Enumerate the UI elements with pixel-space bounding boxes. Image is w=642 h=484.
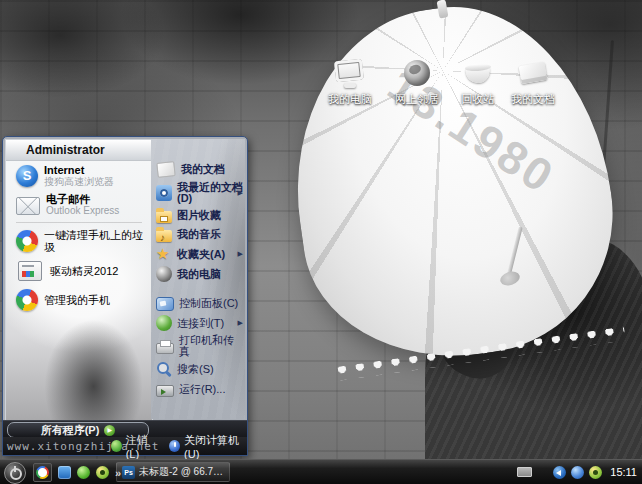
menu-item-label: 运行(R)... <box>179 384 225 395</box>
start-menu-right-column: 我的文档 我最近的文档(D) ▶ 图片收藏 我的音乐 收藏夹(A) ▶ <box>151 139 245 419</box>
favorites-icon <box>156 246 172 262</box>
pinned-item-subtitle: 搜狗高速浏览器 <box>44 176 114 187</box>
menu-item-label: 图片收藏 <box>177 210 221 221</box>
start-menu-item-connect-to[interactable]: 连接到(T) ▶ <box>151 313 245 333</box>
desktop-icon-network-places[interactable]: 网上邻居 <box>384 58 450 105</box>
taskbar: » Ps 未标题-2 @ 66.7% ... 15:11 <box>0 459 642 484</box>
desktop-icon-my-computer[interactable]: 我的电脑 <box>317 58 383 105</box>
start-menu-item-my-pictures[interactable]: 图片收藏 <box>151 206 245 225</box>
quick-launch-orb-icon[interactable] <box>96 466 109 479</box>
search-icon <box>156 361 172 377</box>
submenu-arrow-icon: ▶ <box>238 250 243 258</box>
quick-launch-green-icon[interactable] <box>77 466 90 479</box>
my-documents-menu-icon <box>156 161 175 178</box>
start-menu-item-email[interactable]: 电子邮件 Outlook Express <box>6 190 152 219</box>
start-menu-item-phone-manager[interactable]: 管理我的手机 <box>6 286 152 314</box>
recent-documents-icon <box>156 185 172 201</box>
shutdown-button[interactable]: 关闭计算机(U) <box>169 433 247 460</box>
start-menu: Administrator Internet 搜狗高速浏览器 电子邮件 Outl… <box>2 136 248 456</box>
shutdown-label: 关闭计算机(U) <box>184 433 247 460</box>
submenu-arrow-icon: ▶ <box>238 189 243 197</box>
my-pictures-icon <box>156 211 172 223</box>
pinned-item-subtitle: Outlook Express <box>46 205 119 216</box>
start-menu-item-my-documents[interactable]: 我的文档 <box>151 159 245 180</box>
quick-launch-browser-icon[interactable] <box>58 466 71 479</box>
menu-item-label: 我的电脑 <box>177 269 221 280</box>
program-item-label: 管理我的手机 <box>44 294 110 306</box>
start-menu-item-search[interactable]: 搜索(S) <box>151 359 245 379</box>
pinned-item-title: Internet <box>44 164 114 176</box>
menu-item-label: 我的文档 <box>181 164 225 175</box>
start-button[interactable] <box>4 462 26 484</box>
menu-item-label: 收藏夹(A) <box>177 249 225 260</box>
my-documents-icon <box>516 58 550 90</box>
taskbar-task-photoshop[interactable]: Ps 未标题-2 @ 66.7% ... <box>116 462 230 482</box>
phone-manager-icon <box>16 289 38 311</box>
start-menu-item-phone-cleaner[interactable]: 一键清理手机上的垃圾 <box>6 226 152 256</box>
start-menu-item-run[interactable]: 运行(R)... <box>151 379 245 399</box>
my-music-icon <box>156 230 172 242</box>
menu-item-label: 我最近的文档(D) <box>177 182 243 204</box>
language-bar-icon[interactable] <box>517 467 532 477</box>
printers-faxes-icon <box>156 343 174 354</box>
quick-launch-pinwheel-icon <box>36 466 49 479</box>
start-menu-left-column: Administrator Internet 搜狗高速浏览器 电子邮件 Outl… <box>5 139 153 421</box>
program-item-label: 一键清理手机上的垃圾 <box>44 229 148 253</box>
desktop-icon-label: 我的文档 <box>500 93 566 105</box>
recycle-bin-icon <box>461 58 495 90</box>
menu-item-label: 打印机和传真 <box>179 335 243 357</box>
start-menu-separator <box>16 222 142 223</box>
quick-launch-phone-manager[interactable] <box>33 463 52 482</box>
all-programs-label: 所有程序(P) <box>41 425 100 436</box>
shutdown-icon <box>169 440 180 452</box>
start-menu-item-driver-genius[interactable]: 驱动精灵2012 <box>6 256 152 286</box>
tray-security-icon[interactable] <box>589 466 602 479</box>
start-menu-item-my-computer[interactable]: 我的电脑 <box>151 264 245 284</box>
task-button-label: 未标题-2 @ 66.7% ... <box>139 465 224 479</box>
desktop-icon-label: 网上邻居 <box>384 93 450 105</box>
run-icon <box>156 385 174 397</box>
start-menu-item-internet[interactable]: Internet 搜狗高速浏览器 <box>6 161 152 190</box>
menu-item-label: 连接到(T) <box>177 318 224 329</box>
logoff-button[interactable]: 注销(L) <box>111 433 157 460</box>
sogou-browser-icon <box>16 165 38 187</box>
phone-cleaner-icon <box>16 230 38 252</box>
connect-to-icon <box>156 315 172 331</box>
tray-input-icon[interactable] <box>553 466 566 479</box>
driver-genius-icon <box>18 261 42 281</box>
pinned-item-title: 电子邮件 <box>46 193 119 205</box>
my-computer-menu-icon <box>156 266 172 282</box>
control-panel-icon <box>156 297 174 311</box>
start-menu-user-name: Administrator <box>6 140 152 161</box>
start-menu-item-my-music[interactable]: 我的音乐 <box>151 225 245 244</box>
quick-launch-bar: » <box>33 462 121 483</box>
start-menu-item-recent-documents[interactable]: 我最近的文档(D) ▶ <box>151 180 245 206</box>
taskbar-clock: 15:11 <box>610 466 637 478</box>
photoshop-icon: Ps <box>122 466 135 479</box>
start-menu-footer: www.xitongzhijia.net 注销(L) 关闭计算机(U) <box>3 437 247 455</box>
my-computer-icon <box>333 58 367 90</box>
desktop-icon-label: 我的电脑 <box>317 93 383 105</box>
tray-network-icon[interactable] <box>571 466 584 479</box>
logoff-icon <box>111 440 122 452</box>
outlook-express-icon <box>16 197 40 215</box>
logoff-label: 注销(L) <box>126 433 158 460</box>
menu-item-label: 搜索(S) <box>177 364 214 375</box>
start-menu-item-favorites[interactable]: 收藏夹(A) ▶ <box>151 244 245 264</box>
network-places-icon <box>400 58 434 90</box>
start-menu-group-gap <box>151 284 245 293</box>
menu-item-label: 我的音乐 <box>177 229 221 240</box>
start-menu-item-printers-faxes[interactable]: 打印机和传真 <box>151 333 245 359</box>
menu-item-label: 控制面板(C) <box>179 298 238 309</box>
desktop-icon-my-documents[interactable]: 我的文档 <box>500 58 566 105</box>
submenu-arrow-icon: ▶ <box>238 319 243 327</box>
program-item-label: 驱动精灵2012 <box>50 265 118 277</box>
desktop: 13.1980 我的电脑 网上邻居 回收站 我的文档 Administrator… <box>0 0 642 484</box>
system-tray: 15:11 <box>517 460 642 484</box>
start-menu-item-control-panel[interactable]: 控制面板(C) <box>151 293 245 313</box>
